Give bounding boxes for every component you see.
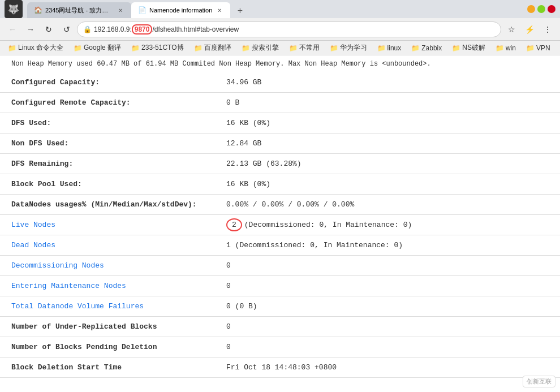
browser-chrome: 🐺 🏠 2345网址导航 - 致力于打造最 ✕ 📄 Namenode infor…	[0, 0, 560, 55]
table-row: DFS Used: 16 KB (0%)	[0, 113, 560, 133]
new-tab-button[interactable]: +	[232, 3, 247, 18]
table-row: Block Deletion Start Time Fri Oct 18 14:…	[0, 357, 560, 378]
tab-favicon-2345: 🏠	[34, 6, 42, 14]
row-label-under-replicated: Number of Under-Replicated Blocks	[0, 317, 215, 337]
table-row: Block Pool Used: 16 KB (0%)	[0, 174, 560, 195]
bookmark-folder-icon-google: 📁	[74, 44, 82, 52]
bookmark-folder-icon: 📁	[8, 44, 16, 52]
table-row: Non DFS Used: 12.84 GB	[0, 133, 560, 154]
row-label-non-dfs-used: Non DFS Used:	[0, 133, 215, 154]
bookmark-search[interactable]: 📁 搜索引擎	[238, 42, 282, 54]
bookmark-folder-icon-ns: 📁	[452, 44, 460, 52]
extensions-button[interactable]: ⚡	[522, 21, 537, 37]
bookmark-folder-icon-cto: 📁	[131, 44, 140, 52]
maximize-button[interactable]	[537, 5, 545, 13]
bookmark-cto[interactable]: 📁 233-51CTO博	[128, 42, 187, 54]
row-label-dead-nodes: Dead Nodes	[0, 235, 215, 256]
bookmark-folder-icon-huawei: 📁	[330, 44, 338, 52]
table-row: Number of Blocks Pending Deletion 0	[0, 337, 560, 357]
live-nodes-extra: (Decommissioned: 0, In Maintenance: 0)	[244, 221, 412, 229]
row-value-configured-remote: 0 B	[215, 93, 560, 113]
watermark-text: 创新互联	[527, 378, 552, 385]
title-bar: 🐺 🏠 2345网址导航 - 致力于打造最 ✕ 📄 Namenode infor…	[0, 0, 560, 18]
menu-button[interactable]: ⋮	[540, 21, 555, 37]
table-row: DataNodes usages% (Min/Median/Max/stdDev…	[0, 195, 560, 215]
forward-button[interactable]: →	[23, 21, 38, 37]
table-row: Total Datanode Volume Failures 0 (0 B)	[0, 296, 560, 317]
bookmark-ns[interactable]: 📁 NS破解	[449, 42, 489, 54]
bookmark-linux[interactable]: 📁 Linux 命令大全	[5, 42, 67, 54]
row-label-dfs-remaining: DFS Remaining:	[0, 154, 215, 174]
bookmark-win[interactable]: 📁 win	[492, 43, 519, 53]
close-button[interactable]	[548, 5, 555, 13]
maintenance-nodes-link[interactable]: Entering Maintenance Nodes	[11, 282, 126, 290]
row-value-pending-deletion: 0	[215, 337, 560, 357]
row-label-block-deletion-time: Block Deletion Start Time	[0, 357, 215, 378]
tab-2345[interactable]: 🏠 2345网址导航 - 致力于打造最 ✕	[27, 2, 131, 18]
tab-label-namenode: Namenode information	[149, 7, 212, 14]
bookmark-label-ns: NS破解	[462, 43, 485, 53]
dead-nodes-link[interactable]: Dead Nodes	[11, 241, 55, 249]
table-row: Entering Maintenance Nodes 0	[0, 276, 560, 296]
bookmark-folder-icon-zabbix: 📁	[411, 44, 420, 52]
address-prefix: 192.168.0.9:	[94, 25, 132, 33]
bookmark-folder-icon-linux2: 📁	[377, 44, 386, 52]
row-value-block-pool-used: 16 KB (0%)	[215, 174, 560, 195]
home-button[interactable]: ↺	[59, 21, 75, 37]
navigation-bar: ← → ↻ ↺ 🔒 192.168.0.9:9870/dfshealth.htm…	[0, 18, 560, 41]
browser-logo: 🐺	[5, 0, 23, 18]
tab-close-namenode[interactable]: ✕	[216, 6, 223, 14]
bookmark-huawei[interactable]: 📁 华为学习	[326, 42, 371, 54]
row-value-live-nodes: 2(Decommissioned: 0, In Maintenance: 0)	[215, 215, 560, 235]
bookmark-label-linux: Linux 命令大全	[18, 43, 63, 53]
table-row: Decommissioning Nodes 0	[0, 256, 560, 276]
bookmark-baidufanyi[interactable]: 📁 百度翻译	[191, 42, 235, 54]
row-label-block-pool-used: Block Pool Used:	[0, 174, 215, 195]
tab-bar: 🏠 2345网址导航 - 致力于打造最 ✕ 📄 Namenode informa…	[27, 0, 523, 18]
live-nodes-circle: 2	[226, 218, 242, 231]
memory-info-text: Non Heap Memory used 60.47 MB of 61.94 M…	[11, 60, 431, 68]
bookmark-star[interactable]: ☆	[503, 21, 519, 37]
row-label-maintenance: Entering Maintenance Nodes	[0, 276, 215, 296]
row-value-decommissioning: 0	[215, 256, 560, 276]
bookmarks-bar: 📁 Linux 命令大全 📁 Google 翻译 📁 233-51CTO博 📁 …	[0, 41, 560, 55]
row-label-configured-remote: Configured Remote Capacity:	[0, 93, 215, 113]
bookmark-label-google: Google 翻译	[84, 43, 121, 53]
row-value-non-dfs-used: 12.84 GB	[215, 133, 560, 154]
bookmark-google[interactable]: 📁 Google 翻译	[70, 42, 124, 54]
bookmark-label-cto: 233-51CTO博	[141, 43, 183, 53]
table-row: Configured Capacity: 34.96 GB	[0, 72, 560, 93]
bookmark-unusual[interactable]: 📁 不常用	[286, 42, 323, 54]
row-label-configured-capacity: Configured Capacity:	[0, 72, 215, 93]
watermark: 创新互联	[523, 376, 555, 387]
bookmark-label-unusual: 不常用	[299, 43, 320, 53]
memory-info: Non Heap Memory used 60.47 MB of 61.94 M…	[0, 55, 560, 72]
table-row: Live Nodes 2(Decommissioned: 0, In Maint…	[0, 215, 560, 235]
bookmark-zabbix[interactable]: 📁 Zabbix	[408, 43, 445, 53]
bookmark-baidu2[interactable]: 📁 百度网盘	[557, 42, 560, 54]
row-label-datanodes-usage: DataNodes usages% (Min/Median/Max/stdDev…	[0, 195, 215, 215]
bookmark-linux2[interactable]: 📁 linux	[374, 43, 405, 53]
back-button[interactable]: ←	[5, 21, 20, 37]
address-port: 9870	[132, 24, 153, 35]
bookmark-folder-icon-baidu: 📁	[194, 44, 203, 52]
minimize-button[interactable]	[527, 5, 535, 13]
address-bar[interactable]: 🔒 192.168.0.9:9870/dfshealth.html#tab-ov…	[77, 21, 501, 37]
tab-namenode[interactable]: 📄 Namenode information ✕	[131, 2, 230, 18]
bookmark-label-linux2: linux	[387, 44, 402, 52]
bookmark-label-baidu: 百度翻译	[204, 43, 231, 53]
decommissioning-nodes-link[interactable]: Decommissioning Nodes	[11, 261, 104, 270]
bookmark-label-zabbix: Zabbix	[421, 44, 442, 52]
tab-close-2345[interactable]: ✕	[117, 6, 124, 14]
bookmark-vpn[interactable]: 📁 VPN	[523, 43, 554, 53]
volume-failures-link[interactable]: Total Datanode Volume Failures	[11, 302, 144, 311]
row-value-block-deletion-time: Fri Oct 18 14:48:03 +0800	[215, 357, 560, 378]
row-value-dfs-remaining: 22.13 GB (63.28%)	[215, 154, 560, 174]
row-label-live-nodes: Live Nodes	[0, 215, 215, 235]
bookmark-folder-icon-vpn: 📁	[526, 44, 535, 52]
live-nodes-link[interactable]: Live Nodes	[11, 221, 55, 229]
reload-button[interactable]: ↻	[41, 21, 57, 37]
page-content: Non Heap Memory used 60.47 MB of 61.94 M…	[0, 55, 560, 392]
table-row: Configured Remote Capacity: 0 B	[0, 93, 560, 113]
row-value-dfs-used: 16 KB (0%)	[215, 113, 560, 133]
